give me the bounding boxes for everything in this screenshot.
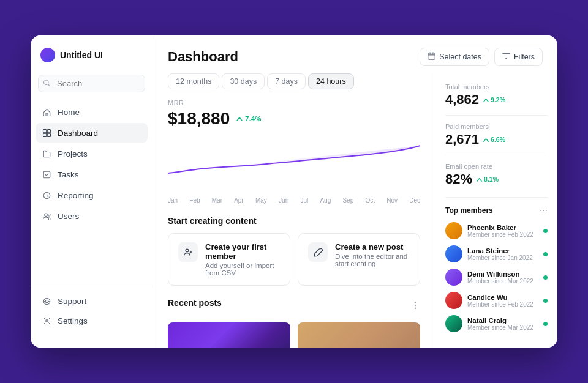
users-icon [42,211,51,221]
sidebar-item-dashboard[interactable]: Dashboard [36,123,148,143]
svg-rect-17 [428,53,435,60]
svg-point-22 [415,302,416,303]
member-since: Member since Feb 2022 [467,301,538,308]
online-dot [543,322,548,326]
member-name: Demi Wilkinson [467,270,538,278]
sidebar-settings-label: Settings [58,316,88,325]
select-dates-button[interactable]: Select dates [420,48,489,66]
svg-rect-4 [43,133,46,136]
member-item: Candice Wu Member since Feb 2022 [445,292,548,309]
right-panel: Total members 4,862 9.2% Paid members [435,73,557,348]
svg-line-1 [48,84,49,85]
projects-icon [42,149,51,158]
filters-button[interactable]: Filters [494,48,543,66]
reporting-icon [42,190,51,200]
sidebar-item-home[interactable]: Home [36,102,148,122]
svg-point-16 [45,319,48,322]
filter-icon [502,52,510,62]
tab-7days[interactable]: 7 days [267,73,306,89]
sidebar-tasks-label: Tasks [58,170,79,179]
sidebar-item-reporting[interactable]: Reporting [36,185,148,205]
pencil-icon [308,242,328,262]
search-icon [43,79,50,88]
member-since: Member since Jan 2022 [467,255,538,261]
email-open-badge: 8.1% [476,176,499,183]
search-container [38,75,145,92]
logo: Untitled UI [31,48,153,75]
paid-members-value-row: 2,671 6.6% [445,132,548,147]
post-thumb-2[interactable] [298,322,420,348]
member-item: Lana Steiner Member since Jan 2022 [445,245,548,262]
mrr-value: $18,880 [168,109,230,128]
sidebar-item-projects[interactable]: Projects [36,144,148,163]
more-options-icon[interactable] [410,300,420,313]
post-thumb-abstract [168,322,290,348]
total-members-stat: Total members 4,862 9.2% [445,83,548,108]
sidebar-item-settings[interactable]: Settings [36,311,148,330]
avatar [445,315,462,332]
paid-members-stat: Paid members 2,671 6.6% [445,123,548,147]
avatar [445,292,462,309]
sidebar-dashboard-label: Dashboard [58,128,98,138]
online-dot [543,229,548,233]
member-name: Candice Wu [467,294,538,301]
content-cards: Create your first member Add yourself or… [168,233,420,286]
avatar [445,222,462,239]
sidebar-item-tasks[interactable]: Tasks [36,165,148,184]
svg-point-9 [48,214,50,216]
sidebar-users-label: Users [58,212,79,221]
tab-12months[interactable]: 12 months [168,73,219,89]
mrr-badge: 7.4% [236,115,261,122]
main-body: 12 months 30 days 7 days 24 hours MRR $1… [153,73,557,348]
sidebar-bottom: Support Settings [31,286,153,335]
email-open-value: 82% [445,171,472,187]
sidebar-item-support[interactable]: Support [36,291,148,311]
svg-rect-5 [47,133,50,136]
tab-30days[interactable]: 30 days [222,73,265,89]
home-icon [42,107,51,117]
sidebar: Untitled UI Home Dashboard [31,35,153,348]
total-members-value-row: 4,862 9.2% [445,92,548,108]
mrr-value-row: $18,880 7.4% [168,109,420,128]
filters-label: Filters [514,53,535,61]
settings-icon [42,316,51,325]
email-open-value-row: 82% 8.1% [445,171,548,187]
create-post-card[interactable]: Create a new post Dive into the editor a… [298,233,420,286]
member-item: Phoenix Baker Member since Feb 2022 [445,222,548,239]
member-since: Member since Mar 2022 [467,278,538,284]
create-member-desc: Add yourself or import from CSV [205,262,280,277]
total-members-label: Total members [445,83,548,91]
avatar [445,269,462,286]
svg-point-24 [415,308,416,309]
search-input[interactable] [38,75,145,92]
top-members-title: Top members [445,206,493,215]
logo-icon [40,48,55,62]
post-thumb-1[interactable] [168,322,290,348]
create-member-text: Create your first member Add yourself or… [205,242,280,277]
select-dates-label: Select dates [439,53,481,61]
svg-rect-3 [47,129,50,132]
support-icon [42,296,51,306]
members-list: Phoenix Baker Member since Feb 2022 Lana… [445,222,548,332]
start-creating-section: Start creating content Create your first… [168,216,420,286]
total-members-badge: 9.2% [483,96,505,103]
top-members-more-icon[interactable]: ··· [540,205,548,216]
recent-posts-header: Recent posts [168,298,420,315]
tab-24hours[interactable]: 24 hours [308,73,354,89]
create-member-card[interactable]: Create your first member Add yourself or… [168,233,290,286]
top-members-header: Top members ··· [445,205,548,216]
email-open-label: Email open rate [445,163,548,170]
email-open-stat: Email open rate 82% 8.1% [445,163,548,187]
recent-posts-section: Recent posts [168,298,420,348]
header-actions: Select dates Filters [420,48,543,66]
person-add-icon [178,242,198,262]
online-dot [543,299,548,303]
sidebar-item-users[interactable]: Users [36,206,148,226]
paid-members-badge: 6.6% [483,136,505,143]
dashboard-icon [42,128,51,138]
creating-section-title: Start creating content [168,216,420,226]
member-item: Demi Wilkinson Member since Mar 2022 [445,269,548,286]
content-area: 12 months 30 days 7 days 24 hours MRR $1… [153,73,435,348]
recent-posts-title: Recent posts [168,298,222,308]
page-title: Dashboard [168,49,238,65]
